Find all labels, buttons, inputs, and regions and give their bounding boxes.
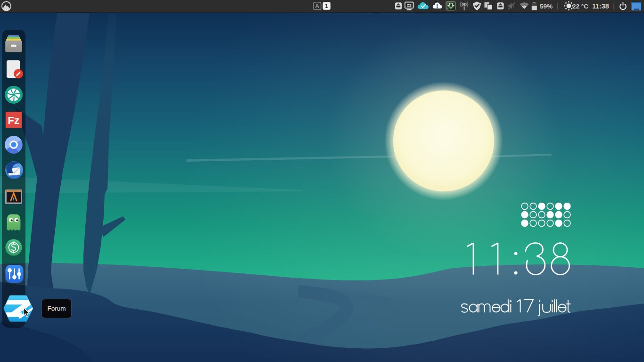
svg-text:59%: 59% (540, 3, 553, 10)
svg-text:A: A (315, 3, 320, 9)
svg-text:1: 1 (325, 3, 328, 9)
svg-text:22 °C: 22 °C (572, 3, 588, 10)
svg-text:Fz: Fz (8, 115, 19, 126)
svg-text:>_: >_ (447, 8, 450, 10)
svg-text:ZZ: ZZ (407, 3, 412, 8)
svg-text:11:38: 11:38 (592, 2, 609, 10)
